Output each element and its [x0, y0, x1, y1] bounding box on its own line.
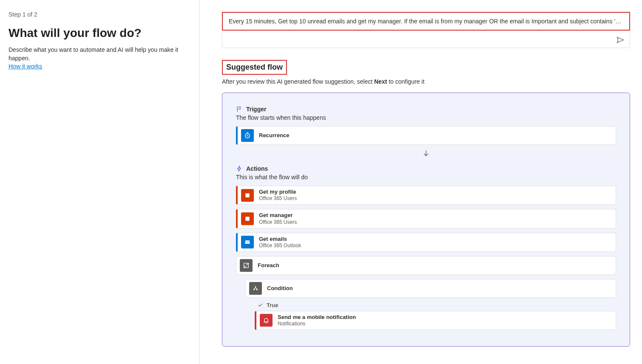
action-title: Get manager	[259, 212, 297, 219]
actions-section-header: Actions	[236, 165, 616, 172]
action-card-get-my-profile[interactable]: Get my profile Office 365 Users	[236, 186, 616, 205]
check-icon	[257, 302, 263, 308]
trigger-title: Recurrence	[259, 132, 290, 139]
branch-icon	[249, 282, 262, 295]
office-users-icon	[241, 212, 254, 225]
actions-subtext: This is what the flow will do	[236, 174, 616, 181]
action-service: Office 365 Users	[259, 219, 297, 226]
description-text: Describe what you want to automate and A…	[9, 46, 178, 62]
suggested-sub-suffix: to configure it	[387, 78, 424, 85]
trigger-label: Trigger	[246, 106, 266, 113]
flag-icon	[236, 106, 243, 113]
svg-rect-1	[245, 193, 249, 197]
outlook-icon	[241, 236, 254, 248]
action-service: Office 365 Outlook	[259, 243, 301, 249]
prompt-input[interactable]: Every 15 minutes, Get top 10 unread emai…	[223, 13, 629, 30]
control-card-foreach[interactable]: Foreach	[236, 256, 616, 275]
condition-title: Condition	[267, 285, 293, 292]
action-card-get-manager[interactable]: Get manager Office 365 Users	[236, 209, 616, 228]
flow-card: Trigger The flow starts when this happen…	[222, 93, 630, 347]
lightning-icon	[236, 165, 243, 172]
bell-icon	[260, 314, 273, 327]
how-it-works-link[interactable]: How it works	[9, 63, 42, 70]
notify-service: Notifications	[278, 321, 356, 327]
action-card-send-notification[interactable]: Send me a mobile notification Notificati…	[255, 311, 616, 330]
page-title: What will your flow do?	[9, 26, 191, 40]
condition-true-branch: True	[257, 302, 616, 308]
suggested-flow-heading: Suggested flow	[222, 60, 287, 75]
foreach-title: Foreach	[258, 262, 279, 269]
arrow-down-icon	[422, 149, 430, 158]
left-pane: Step 1 of 2 What will your flow do? Desc…	[0, 0, 200, 364]
notify-title: Send me a mobile notification	[278, 314, 356, 321]
trigger-card-recurrence[interactable]: Recurrence	[236, 126, 616, 145]
trigger-section-header: Trigger	[236, 106, 616, 113]
svg-rect-2	[245, 217, 249, 220]
action-title: Get emails	[259, 236, 301, 243]
true-label: True	[267, 302, 278, 308]
svg-rect-3	[245, 240, 250, 244]
suggested-sub-prefix: After you review this AI generated flow …	[222, 78, 374, 85]
suggested-flow-subtext: After you review this AI generated flow …	[222, 78, 630, 85]
svg-point-5	[254, 289, 255, 290]
page-description: Describe what you want to automate and A…	[9, 46, 191, 71]
suggested-flow-section: Suggested flow After you review this AI …	[222, 60, 630, 347]
trigger-subtext: The flow starts when this happens	[236, 114, 616, 121]
clock-icon	[241, 129, 254, 142]
action-card-get-emails[interactable]: Get emails Office 365 Outlook	[236, 233, 616, 252]
send-icon[interactable]	[616, 36, 625, 44]
office-users-icon	[241, 189, 254, 202]
svg-point-6	[256, 289, 257, 290]
prompt-toolbar	[222, 32, 630, 48]
action-title: Get my profile	[259, 189, 297, 195]
suggested-sub-bold: Next	[374, 78, 387, 85]
right-pane: Every 15 minutes, Get top 10 unread emai…	[200, 0, 642, 364]
action-service: Office 365 Users	[259, 195, 297, 202]
loop-icon	[240, 259, 253, 272]
flow-arrow	[236, 149, 616, 158]
control-card-condition[interactable]: Condition	[245, 279, 616, 298]
step-indicator: Step 1 of 2	[9, 11, 191, 18]
prompt-input-highlight: Every 15 minutes, Get top 10 unread emai…	[222, 12, 630, 31]
actions-label: Actions	[246, 165, 268, 172]
